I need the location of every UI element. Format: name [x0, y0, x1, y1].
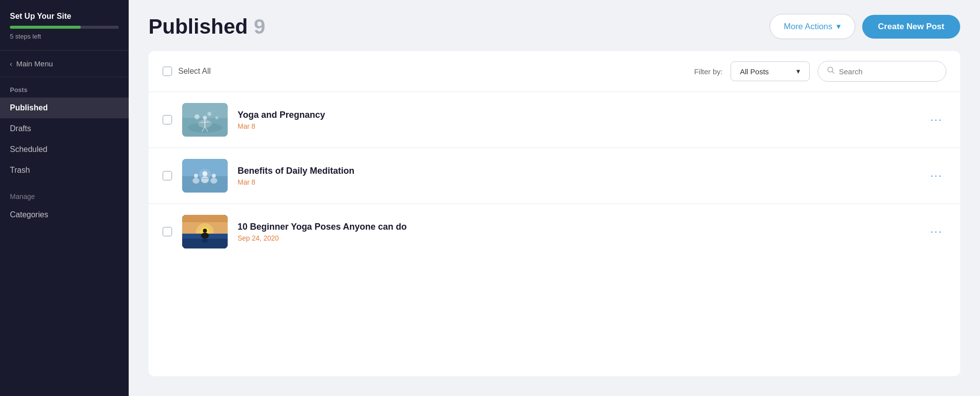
toolbar: Select All Filter by: All Posts ▾: [148, 51, 960, 92]
svg-point-18: [193, 178, 199, 184]
svg-point-31: [203, 229, 207, 233]
sidebar: Set Up Your Site 5 steps left ‹ Main Men…: [0, 0, 129, 396]
post-info-3: 10 Beginner Yoga Poses Anyone can do Sep…: [238, 222, 917, 242]
select-all-checkbox[interactable]: [162, 66, 172, 76]
post-thumbnail-3: [182, 215, 228, 248]
content-area: Select All Filter by: All Posts ▾: [148, 51, 960, 376]
setup-section: Set Up Your Site 5 steps left: [0, 0, 129, 50]
sidebar-item-scheduled[interactable]: Scheduled: [0, 139, 129, 160]
svg-point-33: [202, 239, 208, 243]
sidebar-item-drafts[interactable]: Drafts: [0, 118, 129, 139]
search-icon: [827, 66, 835, 76]
select-all-label[interactable]: Select All: [178, 67, 211, 76]
search-box: [818, 61, 946, 82]
svg-point-5: [195, 114, 199, 119]
post-info-2: Benefits of Daily Meditation Mar 8: [238, 166, 917, 186]
sidebar-item-categories[interactable]: Categories: [0, 204, 129, 225]
chevron-down-icon: ▾: [836, 21, 841, 32]
svg-line-1: [833, 72, 834, 74]
progress-bar-fill: [10, 26, 81, 29]
create-new-post-button[interactable]: Create New Post: [862, 15, 960, 39]
post-item: 10 Beginner Yoga Poses Anyone can do Sep…: [148, 204, 960, 259]
post-title-3: 10 Beginner Yoga Poses Anyone can do: [238, 222, 917, 232]
post-checkbox-1[interactable]: [162, 115, 172, 125]
filter-search-area: Filter by: All Posts ▾: [694, 61, 946, 82]
header-actions: More Actions ▾ Create New Post: [770, 14, 960, 39]
page-title-count: 9: [254, 15, 265, 39]
post-date-1: Mar 8: [238, 122, 917, 130]
post-more-button-3[interactable]: ···: [927, 223, 946, 240]
post-checkbox-3[interactable]: [162, 227, 172, 237]
posts-section-label: Posts: [0, 77, 129, 98]
post-more-button-1[interactable]: ···: [927, 111, 946, 128]
svg-point-32: [201, 233, 209, 239]
svg-point-19: [202, 171, 207, 176]
chevron-left-icon: ‹: [10, 60, 12, 68]
thumb-inner-1: [182, 103, 228, 137]
header: Published 9 More Actions ▾ Create New Po…: [129, 0, 980, 51]
post-date-2: Mar 8: [238, 178, 917, 186]
create-new-post-label: Create New Post: [878, 22, 944, 31]
setup-title: Set Up Your Site: [10, 12, 119, 21]
steps-left: 5 steps left: [10, 33, 119, 40]
main-content: Published 9 More Actions ▾ Create New Po…: [129, 0, 980, 396]
main-menu-link[interactable]: ‹ Main Menu: [0, 50, 129, 77]
post-thumbnail-2: [182, 159, 228, 193]
search-input[interactable]: [839, 67, 937, 76]
select-all-area: Select All: [162, 66, 211, 76]
thumb-inner-2: [182, 159, 228, 193]
post-thumbnail-1: [182, 103, 228, 137]
svg-point-21: [212, 174, 216, 178]
post-title-2: Benefits of Daily Meditation: [238, 166, 917, 176]
more-actions-button[interactable]: More Actions ▾: [770, 14, 855, 39]
sidebar-item-published[interactable]: Published: [0, 98, 129, 118]
svg-point-22: [210, 178, 217, 184]
svg-point-17: [194, 174, 198, 178]
manage-section-label: Manage: [0, 181, 129, 204]
post-title-1: Yoga and Pregnancy: [238, 110, 917, 120]
svg-point-20: [201, 176, 209, 183]
post-item: Benefits of Daily Meditation Mar 8 ···: [148, 148, 960, 204]
filter-chevron-icon: ▾: [796, 67, 800, 76]
filter-label: Filter by:: [694, 67, 723, 76]
page-title: Published 9: [148, 15, 265, 39]
main-menu-label: Main Menu: [16, 59, 53, 68]
filter-select[interactable]: All Posts ▾: [731, 61, 810, 81]
filter-value: All Posts: [740, 67, 769, 76]
thumb-inner-3: [182, 215, 228, 248]
post-more-button-2[interactable]: ···: [927, 167, 946, 184]
post-checkbox-2[interactable]: [162, 171, 172, 181]
sidebar-item-trash[interactable]: Trash: [0, 160, 129, 181]
svg-point-7: [215, 116, 218, 119]
post-date-3: Sep 24, 2020: [238, 234, 917, 242]
more-actions-label: More Actions: [784, 22, 833, 32]
progress-bar-bg: [10, 26, 119, 29]
post-item: Yoga and Pregnancy Mar 8 ···: [148, 92, 960, 148]
svg-point-6: [207, 112, 211, 116]
post-info-1: Yoga and Pregnancy Mar 8: [238, 110, 917, 130]
svg-point-9: [203, 116, 207, 120]
page-title-text: Published: [148, 15, 248, 39]
post-list: Yoga and Pregnancy Mar 8 ···: [148, 92, 960, 376]
